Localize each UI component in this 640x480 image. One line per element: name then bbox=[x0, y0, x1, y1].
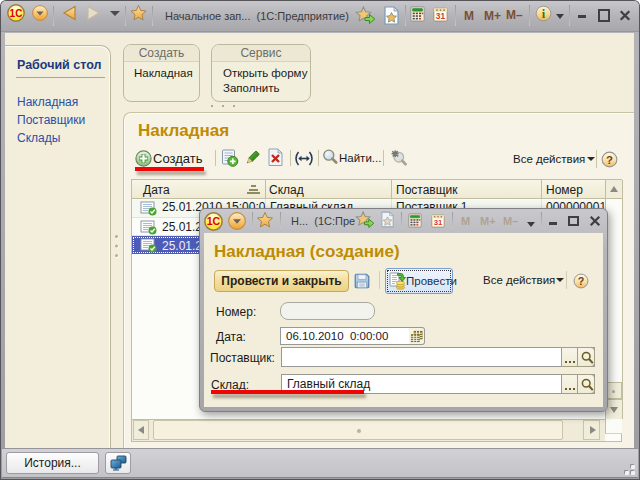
svg-text:i: i bbox=[542, 7, 546, 21]
svg-text:?: ? bbox=[606, 154, 613, 166]
svg-text:1С: 1С bbox=[10, 8, 23, 19]
svg-text:?: ? bbox=[578, 275, 585, 287]
svg-text:31: 31 bbox=[434, 218, 443, 227]
svg-text:1С: 1С bbox=[207, 215, 221, 227]
svg-text:31: 31 bbox=[436, 11, 446, 21]
